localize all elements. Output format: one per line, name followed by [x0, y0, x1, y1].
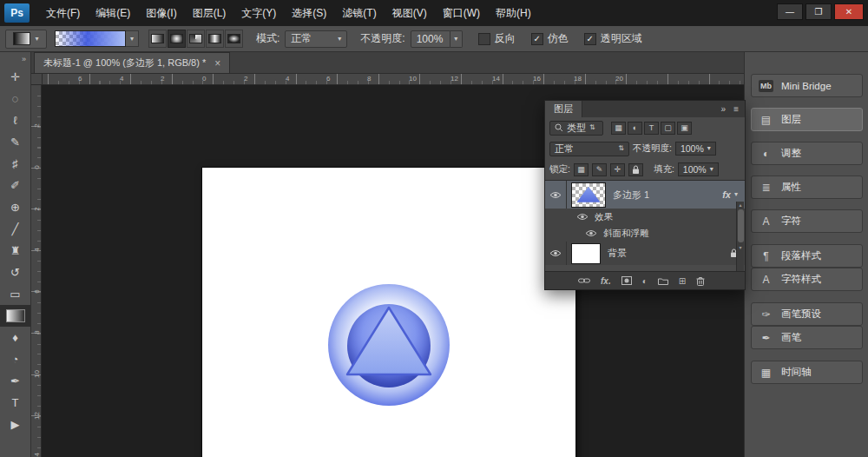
- scrollbar-thumb[interactable]: [738, 209, 744, 242]
- pen-tool[interactable]: ✒: [0, 370, 30, 392]
- fill-value-field[interactable]: 100% ▾: [678, 162, 719, 176]
- gradient-picker-arrow[interactable]: ▾: [126, 30, 139, 47]
- toolbar-collapse-icon[interactable]: »: [0, 52, 30, 66]
- lasso-tool[interactable]: ℓ: [0, 109, 30, 131]
- path-selection-tool[interactable]: ▶: [0, 414, 30, 435]
- gradient-tool[interactable]: [0, 305, 30, 327]
- eyedropper-tool[interactable]: ✐: [0, 175, 30, 196]
- close-button[interactable]: ✕: [834, 3, 864, 20]
- dither-checkbox[interactable]: ✓ 仿色: [531, 31, 569, 46]
- add-layer-mask-icon[interactable]: [621, 276, 632, 285]
- scroll-up-icon[interactable]: ▴: [739, 202, 741, 208]
- layer-fx-badge[interactable]: fx: [722, 189, 731, 200]
- diamond-gradient-button[interactable]: [225, 30, 243, 48]
- visibility-eye-icon[interactable]: [585, 229, 597, 237]
- tool-preset-picker[interactable]: ▾: [5, 30, 47, 49]
- visibility-eye-icon[interactable]: [576, 213, 589, 221]
- dock-item-character-styles[interactable]: A 字符样式: [751, 268, 863, 291]
- move-tool[interactable]: ✛: [0, 66, 30, 88]
- fx-collapse-arrow-icon[interactable]: ▾: [734, 191, 738, 198]
- linear-gradient-button[interactable]: [148, 30, 167, 48]
- layer-blend-mode-select[interactable]: 正常 ⇅: [549, 142, 629, 156]
- background-layer-name[interactable]: 背景: [608, 247, 627, 260]
- opacity-value-field[interactable]: 100%: [411, 30, 450, 48]
- transparency-checkbox[interactable]: ✓ 透明区域: [584, 31, 642, 46]
- dock-item-brush-presets[interactable]: ✑ 画笔预设: [751, 302, 863, 326]
- reflected-gradient-button[interactable]: [206, 30, 224, 48]
- filter-type-layers-icon[interactable]: T: [644, 122, 659, 135]
- elliptical-marquee-tool[interactable]: ◌: [0, 88, 30, 109]
- new-adjustment-layer-icon[interactable]: ◐: [642, 276, 648, 286]
- panel-menu-icon[interactable]: ≡: [733, 104, 739, 114]
- blur-tool[interactable]: ♦: [0, 327, 30, 348]
- dock-item-character[interactable]: A 字符: [751, 209, 863, 233]
- angle-gradient-button[interactable]: [187, 30, 205, 48]
- blend-mode-select[interactable]: 正常 ▾: [285, 30, 347, 48]
- menu-layer[interactable]: 图层(L): [185, 0, 234, 26]
- dock-item-timeline[interactable]: ▦ 时间轴: [751, 361, 863, 384]
- menu-view[interactable]: 视图(V): [385, 0, 435, 26]
- layer-effects-row[interactable]: 效果: [545, 209, 745, 225]
- layer-opacity-field[interactable]: 100% ▾: [675, 142, 716, 156]
- bevel-emboss-row[interactable]: 斜面和浮雕: [545, 225, 745, 242]
- effects-label[interactable]: 效果: [595, 211, 613, 223]
- menu-window[interactable]: 窗口(W): [435, 0, 488, 26]
- layer-row-background[interactable]: 背景: [545, 242, 745, 265]
- menu-image[interactable]: 图像(I): [138, 0, 184, 26]
- filter-shape-layers-icon[interactable]: ▢: [661, 122, 675, 135]
- bevel-emboss-label[interactable]: 斜面和浮雕: [603, 228, 649, 240]
- tab-close-icon[interactable]: ×: [214, 58, 220, 69]
- menu-edit[interactable]: 编辑(E): [88, 0, 138, 26]
- brush-tool[interactable]: ╱: [0, 218, 30, 240]
- visibility-eye-icon[interactable]: [545, 242, 567, 265]
- layer-name[interactable]: 多边形 1: [613, 189, 649, 202]
- document-tab[interactable]: 未标题-1 @ 100% (多边形 1, RGB/8) * ×: [34, 52, 230, 73]
- menu-file[interactable]: 文件(F): [38, 0, 88, 26]
- menu-filter[interactable]: 滤镜(T): [334, 0, 384, 26]
- crop-tool[interactable]: ♯: [0, 153, 30, 175]
- panel-collapse-icon[interactable]: »: [721, 104, 727, 114]
- maximize-button[interactable]: ❐: [806, 3, 832, 20]
- lock-position-icon[interactable]: ✛: [610, 163, 625, 176]
- dock-item-brush[interactable]: ✒ 画笔: [751, 326, 863, 349]
- spot-healing-brush-tool[interactable]: ⊕: [0, 196, 30, 218]
- scroll-down-icon[interactable]: ▾: [739, 244, 741, 250]
- link-layers-icon[interactable]: [578, 277, 590, 284]
- dock-item-paragraph-styles[interactable]: ¶ 段落样式: [751, 244, 863, 268]
- add-layer-style-icon[interactable]: fx.: [601, 276, 611, 286]
- dock-item-mini-bridge[interactable]: Mb Mini Bridge: [751, 74, 863, 97]
- delete-layer-icon[interactable]: [696, 276, 705, 286]
- radial-gradient-button[interactable]: [168, 30, 186, 48]
- filter-pixel-layers-icon[interactable]: ▦: [611, 122, 626, 135]
- lock-transparency-icon[interactable]: ▦: [574, 163, 589, 176]
- menu-help[interactable]: 帮助(H): [488, 0, 539, 26]
- new-group-icon[interactable]: [658, 277, 668, 285]
- dock-item-layers[interactable]: ▤ 图层: [751, 108, 863, 131]
- filter-smart-object-icon[interactable]: ▣: [677, 122, 692, 135]
- lock-pixels-icon[interactable]: ✎: [592, 163, 607, 176]
- eraser-tool[interactable]: ▭: [0, 283, 30, 305]
- background-thumbnail[interactable]: [571, 243, 601, 264]
- history-brush-tool[interactable]: ↺: [0, 262, 30, 283]
- visibility-eye-icon[interactable]: [545, 181, 567, 209]
- layers-panel-tab[interactable]: 图层: [545, 101, 582, 117]
- clone-stamp-tool[interactable]: ♜: [0, 240, 30, 262]
- menu-select[interactable]: 选择(S): [284, 0, 334, 26]
- type-tool[interactable]: T: [0, 392, 30, 414]
- quick-selection-tool[interactable]: ✎: [0, 131, 30, 153]
- new-layer-icon[interactable]: ⊞: [679, 276, 686, 286]
- minimize-button[interactable]: —: [777, 3, 803, 20]
- gradient-preview-swatch[interactable]: [55, 30, 126, 47]
- dock-item-properties[interactable]: ≣ 属性: [751, 176, 863, 199]
- layer-filter-select[interactable]: 类型 ⇅: [549, 121, 603, 136]
- dodge-tool[interactable]: ◔: [0, 348, 30, 370]
- reverse-checkbox[interactable]: 反向: [478, 31, 516, 46]
- dock-item-adjustments[interactable]: ◐ 调整: [751, 142, 863, 165]
- layer-thumbnail[interactable]: [571, 182, 606, 208]
- menu-type[interactable]: 文字(Y): [233, 0, 284, 26]
- artboard[interactable]: [202, 168, 575, 457]
- opacity-dropdown-arrow[interactable]: ▾: [450, 30, 463, 48]
- layer-row-polygon[interactable]: 多边形 1 fx ▾: [545, 181, 745, 209]
- lock-all-icon[interactable]: [628, 163, 643, 176]
- filter-adjustment-layers-icon[interactable]: ◐: [628, 122, 642, 135]
